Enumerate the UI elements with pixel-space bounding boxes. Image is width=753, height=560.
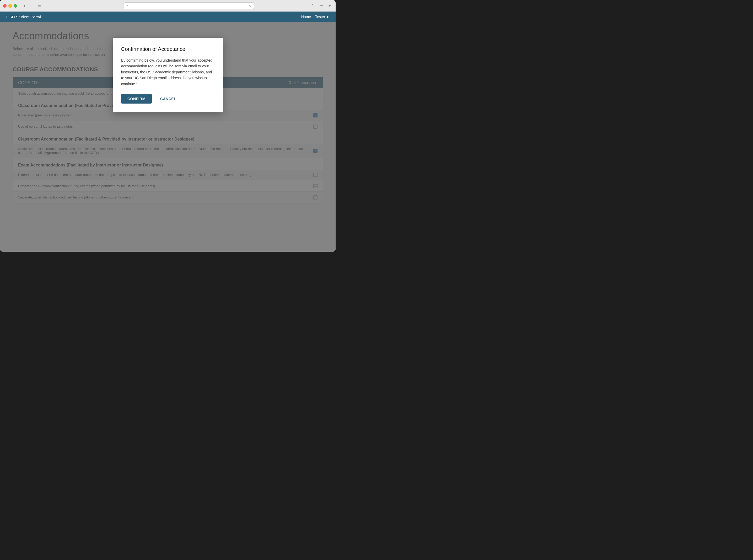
- user-name: Tester: [315, 15, 325, 19]
- dialog-actions: CONFIRM CANCEL: [121, 94, 215, 103]
- nav-buttons: ‹ ›: [22, 3, 33, 9]
- dialog-body: By confirming below, you understand that…: [121, 57, 215, 87]
- traffic-lights: [3, 4, 17, 7]
- browser-window: ‹ › ▭ ✓ ↻ ⇫ ▭ + OSD Student Portal Home …: [0, 0, 336, 252]
- tabs-button[interactable]: ▭: [318, 2, 325, 9]
- toolbar-right: ⇫ ▭ +: [309, 2, 333, 9]
- close-button[interactable]: [3, 4, 6, 7]
- sidebar-button[interactable]: ▭: [36, 3, 43, 9]
- app-title: OSD Student Portal: [6, 15, 41, 19]
- security-icon: ✓: [126, 4, 129, 7]
- minimize-button[interactable]: [8, 4, 12, 7]
- modal-overlay: Confirmation of Acceptance By confirming…: [0, 22, 336, 252]
- home-link[interactable]: Home: [301, 15, 311, 19]
- app-header: OSD Student Portal Home Tester ▼: [0, 12, 336, 22]
- dialog-title: Confirmation of Acceptance: [121, 46, 215, 52]
- user-menu-button[interactable]: Tester ▼: [315, 15, 329, 19]
- confirm-button[interactable]: CONFIRM: [121, 94, 152, 103]
- url-bar[interactable]: ✓ ↻: [123, 2, 254, 9]
- new-tab-button[interactable]: +: [327, 2, 333, 9]
- forward-button[interactable]: ›: [28, 3, 32, 9]
- titlebar: ‹ › ▭ ✓ ↻ ⇫ ▭ +: [0, 0, 336, 12]
- cancel-button[interactable]: CANCEL: [156, 94, 180, 103]
- confirmation-dialog: Confirmation of Acceptance By confirming…: [113, 38, 223, 112]
- share-button[interactable]: ⇫: [309, 2, 316, 9]
- reload-icon[interactable]: ↻: [249, 4, 252, 7]
- main-content: Accommodations Below are all authorized …: [0, 22, 336, 252]
- back-button[interactable]: ‹: [22, 3, 27, 9]
- maximize-button[interactable]: [14, 4, 17, 7]
- dropdown-icon: ▼: [325, 15, 329, 19]
- header-nav: Home Tester ▼: [301, 15, 329, 19]
